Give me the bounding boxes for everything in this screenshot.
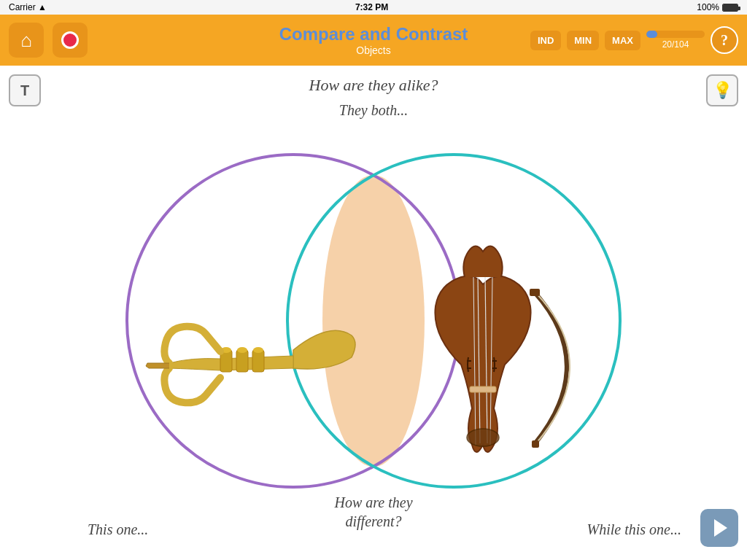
svg-point-11 — [253, 347, 263, 353]
header-right: IND MIN MAX 20/104 ? — [530, 26, 738, 54]
home-button[interactable]: ⌂ — [9, 23, 44, 58]
carrier-text: Carrier ▲ — [9, 2, 47, 12]
svg-rect-18 — [532, 440, 539, 448]
header-left: ⌂ — [9, 23, 88, 58]
app-subtitle: Objects — [279, 44, 468, 56]
label-different: How are they different? — [334, 493, 412, 531]
svg-rect-16 — [470, 386, 496, 392]
record-button[interactable] — [53, 23, 88, 58]
time-display: 7:32 PM — [355, 2, 388, 12]
progress-text: 20/104 — [662, 39, 689, 50]
main-content: T 💡 How are they alike? They both... — [0, 66, 747, 560]
help-button[interactable]: ? — [711, 26, 738, 54]
hint-icon: 💡 — [713, 81, 732, 100]
label-this-one: This one... — [88, 521, 148, 538]
min-button[interactable]: MIN — [567, 31, 599, 50]
home-icon: ⌂ — [20, 29, 32, 52]
app-title: Compare and Contrast — [279, 24, 468, 44]
violin-image — [435, 246, 570, 453]
battery-icon — [722, 4, 738, 12]
next-arrow-icon — [714, 519, 727, 537]
max-button[interactable]: MAX — [605, 31, 640, 50]
svg-point-19 — [467, 429, 499, 446]
next-button[interactable] — [700, 509, 738, 547]
record-icon — [61, 31, 79, 49]
battery-fill — [723, 4, 738, 11]
question-both: They both... — [339, 102, 408, 119]
trumpet-image — [146, 321, 355, 402]
ind-button[interactable]: IND — [530, 31, 561, 50]
hint-button[interactable]: 💡 — [706, 74, 738, 106]
svg-point-2 — [322, 175, 425, 467]
status-bar: Carrier ▲ 7:32 PM 100% — [0, 0, 747, 15]
header: ⌂ Compare and Contrast Objects IND MIN M… — [0, 15, 747, 66]
label-while-this-one: While this one... — [587, 521, 681, 538]
text-button[interactable]: T — [9, 74, 41, 106]
battery-area: 100% — [697, 2, 738, 12]
header-center: Compare and Contrast Objects — [279, 24, 468, 56]
svg-point-10 — [237, 347, 247, 353]
progress-bar-fill — [646, 31, 657, 38]
question-alike: How are they alike? — [309, 76, 438, 95]
svg-rect-17 — [530, 289, 540, 296]
progress-bar-container — [646, 31, 705, 38]
svg-rect-8 — [252, 350, 264, 372]
svg-rect-7 — [236, 350, 248, 372]
venn-diagram — [96, 124, 651, 503]
progress-area: 20/104 — [646, 31, 705, 50]
text-icon: T — [20, 82, 29, 99]
wifi-icon: ▲ — [38, 2, 47, 12]
